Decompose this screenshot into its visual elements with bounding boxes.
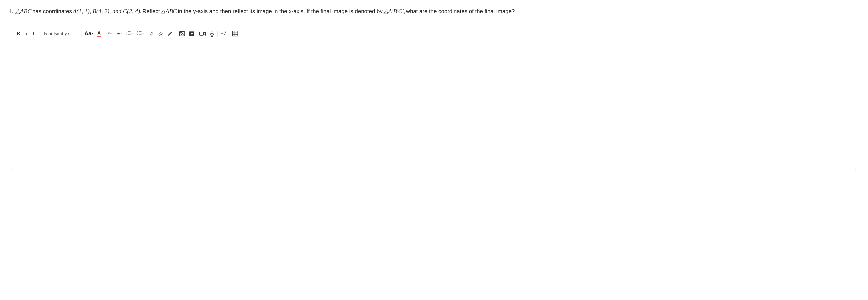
unordered-list-icon	[137, 31, 142, 37]
font-family-arrow-icon: ▾	[68, 31, 69, 36]
separator-9	[217, 31, 218, 37]
video-button[interactable]	[187, 30, 197, 37]
separator-2	[82, 31, 82, 37]
formula-button[interactable]: ±√	[219, 30, 227, 37]
underline-button[interactable]: U	[31, 30, 39, 37]
svg-point-11	[137, 34, 138, 35]
microphone-button[interactable]	[208, 30, 216, 37]
align-icon: ≡	[117, 31, 120, 36]
separator-10	[229, 31, 229, 37]
prime-triangle: △A′B′C′,	[383, 6, 405, 16]
axis-text: in the y-axis and then reflect its image…	[178, 7, 383, 16]
font-family-label: Font Family	[43, 31, 67, 36]
italic-button[interactable]: i	[23, 30, 30, 37]
ordered-list-icon: 1 2 3	[126, 31, 131, 37]
separator-5	[124, 31, 124, 37]
svg-marker-17	[204, 32, 206, 35]
font-size-arrow-icon: ▾	[92, 32, 93, 35]
align-arrow-icon: ▾	[120, 32, 122, 35]
unordered-list-arrow-icon: ▾	[143, 32, 144, 35]
toolbar: B i U Font Family ▾ Aa ▾ A ✏	[11, 27, 857, 40]
unordered-list-dropdown[interactable]: ▾	[136, 29, 145, 38]
highlighter-button[interactable]: ✏	[106, 30, 114, 37]
text-color-button[interactable]: A	[95, 30, 103, 37]
text-color-icon: A	[97, 30, 101, 37]
triangle-abc: △ABC	[15, 6, 31, 16]
svg-point-10	[137, 33, 138, 33]
separator-3	[104, 31, 104, 37]
svg-rect-21	[232, 31, 238, 36]
font-family-dropdown[interactable]: Font Family ▾	[41, 30, 80, 37]
ordered-list-arrow-icon: ▾	[131, 32, 133, 35]
final-question: what are the coordinates of the final im…	[406, 7, 515, 16]
svg-rect-18	[211, 31, 213, 34]
ordered-list-dropdown[interactable]: 1 2 3 ▾	[125, 29, 133, 38]
svg-point-13	[181, 32, 182, 33]
edit-button[interactable]	[166, 30, 175, 37]
image-button[interactable]	[177, 30, 187, 37]
svg-point-9	[137, 31, 138, 32]
reflect-triangle: △ABC	[161, 6, 177, 16]
separator-1	[40, 31, 40, 37]
coordinates-math: A(1, 1), B(4, 2), and C(2, 4).	[73, 6, 142, 16]
camera-button[interactable]	[197, 30, 208, 37]
reflect-text: Reflect	[143, 7, 160, 16]
bold-button[interactable]: B	[14, 30, 22, 37]
svg-rect-16	[199, 32, 204, 35]
emoji-button[interactable]: ☺	[147, 30, 156, 37]
question-text-1: has coordinates	[32, 7, 72, 16]
editor-body[interactable]	[11, 40, 857, 170]
font-size-label: Aa	[84, 30, 91, 37]
svg-text:3: 3	[126, 34, 127, 35]
separator-6	[135, 31, 135, 37]
editor-container: B i U Font Family ▾ Aa ▾ A ✏	[11, 27, 857, 170]
formula-icon: ±√	[221, 31, 226, 36]
link-button[interactable]	[156, 30, 165, 37]
question-container: 4. △ABC has coordinates A(1, 1), B(4, 2)…	[9, 4, 859, 18]
align-dropdown[interactable]: ≡ ▾	[116, 30, 122, 38]
font-size-control[interactable]: Aa ▾	[83, 29, 95, 38]
question-number: 4.	[9, 6, 13, 16]
table-button[interactable]	[230, 30, 240, 37]
